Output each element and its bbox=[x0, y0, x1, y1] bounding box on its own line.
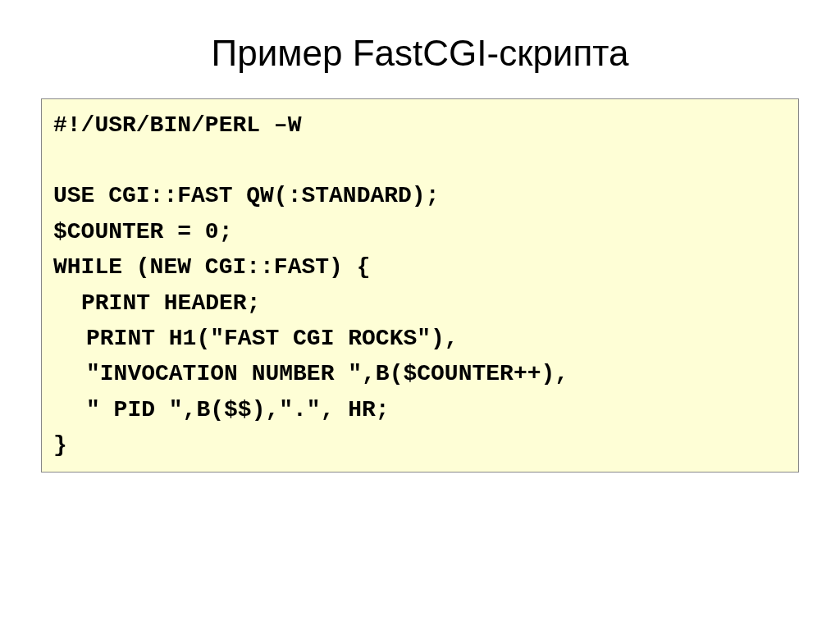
blank-line bbox=[53, 143, 787, 178]
code-line: use CGI::Fast qw(:standard); bbox=[53, 178, 787, 213]
code-line: } bbox=[53, 427, 787, 463]
code-line: "Invocation number ",b($counter++), bbox=[53, 356, 787, 391]
slide-title: Пример FastCGI-скрипта bbox=[41, 33, 799, 74]
code-line: $counter = 0; bbox=[53, 214, 787, 249]
code-block: #!/usr/bin/perl –w use CGI::Fast qw(:sta… bbox=[41, 98, 799, 472]
code-line: print h1("Fast CGI Rocks"), bbox=[53, 321, 787, 356]
code-line: #!/usr/bin/perl –w bbox=[53, 107, 787, 143]
code-line: print header; bbox=[53, 285, 787, 321]
code-line: while (new CGI::Fast) { bbox=[53, 249, 787, 285]
code-line: " PID ",b($$),".", hr; bbox=[53, 392, 787, 427]
